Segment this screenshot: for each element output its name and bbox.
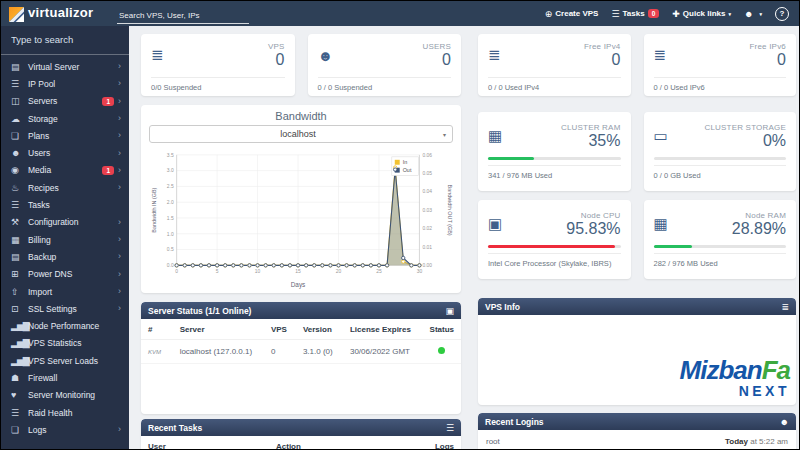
sidebar-item-storage[interactable]: ☁Storage›	[1, 110, 129, 127]
sidebar-item-recipes[interactable]: ♨Recipes›	[1, 179, 129, 196]
svg-text:0.02: 0.02	[422, 226, 432, 231]
svg-text:0.5: 0.5	[167, 247, 174, 252]
card-value: 0	[268, 52, 285, 69]
sidebar-item-node-performance[interactable]: ▂▅▇Node Performance	[1, 317, 129, 334]
create-vps-button[interactable]: ⊕ Create VPS	[545, 9, 599, 19]
ssl-settings-icon: ⊡	[11, 304, 26, 314]
notification-badge: 1	[102, 97, 114, 106]
chevron-right-icon: ›	[118, 304, 121, 313]
svg-text:Bandwidth OUT (GB): Bandwidth OUT (GB)	[447, 185, 453, 236]
topbar: virtualizor ⊕ Create VPS ☰ Tasks 0 ✚ Qui…	[1, 1, 799, 26]
node-ram-icon: ▦	[654, 215, 680, 233]
chevron-right-icon: ›	[118, 425, 121, 434]
svg-text:0.01: 0.01	[422, 245, 432, 250]
sidebar-item-ssl-settings[interactable]: ⊡SSL Settings›	[1, 300, 129, 317]
server-stack-icon[interactable]: ≣	[781, 302, 789, 312]
svg-text:0.0: 0.0	[167, 263, 174, 268]
help-button[interactable]: ?	[775, 7, 789, 21]
bandwidth-title: Bandwidth	[149, 110, 453, 122]
logs-icon: ❏	[11, 425, 26, 435]
sidebar-item-servers[interactable]: ◫Servers1›	[1, 93, 129, 110]
card-subtext: 0 / 0 Suspended	[308, 78, 462, 96]
user-menu[interactable]: ☻ ▾	[744, 9, 762, 19]
node-cpu-card: ▣Node CPU95.83%Intel Core Processor (Sky…	[478, 200, 631, 279]
progress-bar	[488, 157, 621, 160]
tasks-button[interactable]: ☰ Tasks 0	[611, 9, 659, 19]
chevron-right-icon: ›	[118, 287, 121, 296]
sidebar-item-power-dns[interactable]: ⊞Power DNS›	[1, 266, 129, 283]
sidebar-item-configuration[interactable]: ⚒Configuration›	[1, 214, 129, 231]
users-card: ☻USERS00 / 0 Suspended	[308, 34, 462, 96]
chevron-right-icon: ›	[118, 131, 121, 140]
recent-login-row[interactable]: root Today at 5:22 am	[478, 430, 796, 449]
billing-icon: ▦	[11, 235, 26, 245]
bandwidth-server-select[interactable]: localhost ▾	[149, 125, 453, 143]
progress-bar	[488, 245, 621, 248]
server-icon[interactable]: ▣	[445, 306, 454, 316]
users-icon: ☻	[318, 47, 344, 64]
sidebar-item-vps-statistics[interactable]: ▂▅▇VPS Statistics	[1, 335, 129, 352]
sidebar-search-input[interactable]	[1, 26, 129, 55]
card-label: VPS	[268, 42, 285, 51]
topbar-actions: ⊕ Create VPS ☰ Tasks 0 ✚ Quick links ▾ ☻…	[545, 7, 799, 21]
virtualizor-logo-icon	[9, 7, 24, 22]
brand[interactable]: virtualizor	[1, 6, 117, 22]
sidebar-item-media[interactable]: ◉Media1›	[1, 162, 129, 179]
plus-icon: ✚	[672, 9, 680, 19]
svg-text:1.5: 1.5	[167, 216, 174, 221]
top-search-input[interactable]	[117, 9, 249, 24]
top-search	[117, 4, 249, 24]
cluster-ram-icon: ▦	[488, 127, 514, 145]
chevron-right-icon: ›	[118, 149, 121, 158]
sidebar-item-raid-health[interactable]: ☰Raid Health	[1, 404, 129, 421]
svg-text:2.5: 2.5	[167, 184, 174, 189]
chevron-right-icon: ›	[118, 183, 121, 192]
sidebar-item-users[interactable]: ☻Users›	[1, 144, 129, 161]
server-version: 3.1.0 (0)	[296, 340, 343, 364]
sidebar-item-server-monitoring[interactable]: ♥Server Monitoring	[1, 387, 129, 404]
users-icon[interactable]: ☻	[780, 417, 789, 427]
list-icon[interactable]: ☰	[446, 423, 454, 433]
svg-text:Bandwidth IN (GB): Bandwidth IN (GB)	[151, 187, 157, 232]
svg-text:0.04: 0.04	[422, 189, 432, 194]
configuration-icon: ⚒	[11, 217, 26, 227]
card-value: 0	[584, 52, 620, 69]
svg-text:5: 5	[216, 269, 219, 274]
chevron-right-icon: ›	[118, 166, 121, 175]
bandwidth-panel: Bandwidth localhost ▾ 0.00.51.01.52.02.5…	[141, 105, 461, 293]
vps-info-header: VPS Info ≣	[478, 298, 796, 315]
server-status-row[interactable]: KVM localhost (127.0.0.1) 0 3.1.0 (0) 30…	[141, 340, 461, 364]
sidebar-item-import[interactable]: ⇧Import›	[1, 283, 129, 300]
cluster-storage-icon: ▭	[654, 127, 680, 145]
sidebar-item-vps-server-loads[interactable]: ▂▅▇VPS Server Loads	[1, 352, 129, 369]
cluster-storage-card: ▭CLUSTER STORAGE0%0 / 0 GB Used	[644, 112, 797, 191]
recent-tasks-table: User Action Logs	[141, 436, 461, 449]
sidebar-item-tasks[interactable]: ☰Tasks	[1, 196, 129, 213]
plans-icon: ❏	[11, 131, 26, 141]
svg-text:25: 25	[376, 269, 382, 274]
sidebar-item-virtual-server[interactable]: ▤Virtual Server›	[1, 58, 129, 75]
firewall-icon: ☗	[11, 373, 26, 383]
sidebar-item-billing[interactable]: ▦Billing›	[1, 231, 129, 248]
vps-statistics-icon: ▂▅▇	[11, 338, 26, 348]
sidebar-item-firewall[interactable]: ☗Firewall	[1, 369, 129, 386]
virtualizor-dashboard: virtualizor ⊕ Create VPS ☰ Tasks 0 ✚ Qui…	[0, 0, 800, 450]
svg-text:0: 0	[175, 269, 178, 274]
chevron-down-icon: ▾	[728, 11, 731, 17]
sidebar-item-ip-pool[interactable]: ☰IP Pool›	[1, 75, 129, 92]
svg-text:20: 20	[336, 269, 342, 274]
vps-info-body	[478, 315, 796, 405]
sidebar-item-logs[interactable]: ❏Logs›	[1, 421, 129, 438]
sidebar-item-plans[interactable]: ❏Plans›	[1, 127, 129, 144]
virt-type: KVM	[141, 340, 173, 364]
server-status-table: # Server VPS Version License Expires Sta…	[141, 319, 461, 364]
card-subtext: 282 / 976 MB Used	[644, 254, 797, 274]
card-value: 28.89%	[732, 221, 786, 238]
sidebar-item-backup[interactable]: ▤Backup›	[1, 248, 129, 265]
plus-circle-icon: ⊕	[545, 9, 553, 19]
card-subtext: 341 / 976 MB Used	[478, 166, 631, 186]
svg-text:30: 30	[417, 269, 423, 274]
chevron-right-icon: ›	[118, 79, 121, 88]
quick-links-menu[interactable]: ✚ Quick links ▾	[672, 9, 731, 19]
progress-bar	[654, 245, 787, 248]
